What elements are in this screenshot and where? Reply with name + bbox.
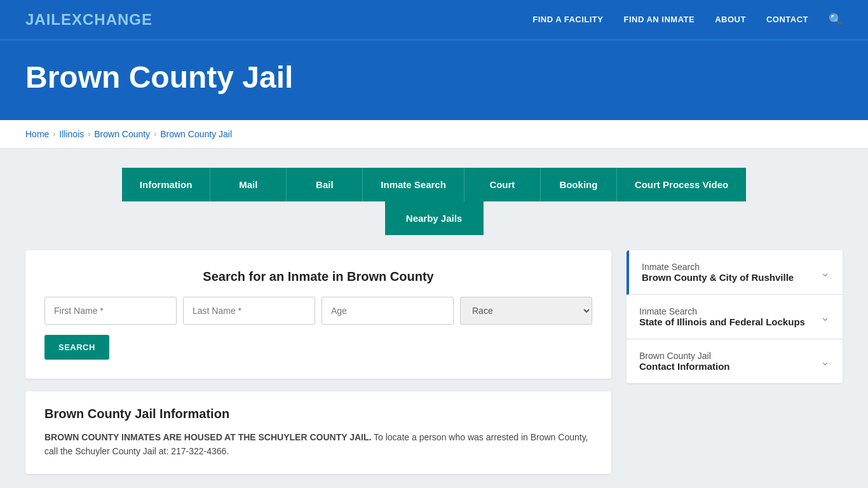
nav-about[interactable]: ABOUT [715,15,746,24]
search-box: Search for an Inmate in Brown County Rac… [25,250,611,379]
page-title: Brown County Jail [25,60,843,95]
breadcrumb-home[interactable]: Home [25,129,49,139]
info-body: BROWN COUNTY INMATES ARE HOUSED AT THE S… [44,430,592,459]
tab-booking[interactable]: Booking [541,168,617,201]
breadcrumb-illinois[interactable]: Illinois [59,129,84,139]
breadcrumb-county[interactable]: Brown County [94,129,150,139]
tab-row-1: Information Mail Bail Inmate Search Cour… [122,168,746,201]
logo-jail: JAIL [25,11,61,28]
tab-information[interactable]: Information [122,168,211,201]
first-name-input[interactable] [44,297,177,325]
tab-court[interactable]: Court [465,168,541,201]
sidebar-item-2-title: Inmate Search [639,306,697,316]
sidebar-item-1-title: Inmate Search [642,262,700,272]
search-title: Search for an Inmate in Brown County [44,269,592,284]
sidebar-item-1[interactable]: Inmate Search Brown County & City of Rus… [627,250,843,295]
search-icon[interactable]: 🔍 [829,13,843,27]
logo-exchange: EXCHANGE [61,11,153,28]
breadcrumb: Home › Illinois › Brown County › Brown C… [0,120,868,149]
breadcrumb-sep-2: › [88,130,90,139]
main-layout: Search for an Inmate in Brown County Rac… [25,250,843,474]
chevron-down-icon-3: ⌄ [820,355,830,369]
tab-nearby-jails[interactable]: Nearby Jails [385,201,484,235]
sidebar-item-2-subtitle: State of Illinois and Federal Lockups [639,316,805,327]
sidebar-item-1-left: Inmate Search Brown County & City of Rus… [642,262,794,283]
chevron-down-icon-1: ⌄ [820,266,830,280]
content-area: Information Mail Bail Inmate Search Cour… [0,149,868,488]
site-logo[interactable]: JAILEXCHANGE [25,11,153,29]
tab-court-process-video[interactable]: Court Process Video [617,168,746,201]
right-sidebar: Inmate Search Brown County & City of Rus… [627,250,843,383]
nav-contact[interactable]: CONTACT [766,15,808,24]
breadcrumb-sep-1: › [53,130,55,139]
breadcrumb-jail[interactable]: Brown County Jail [160,129,232,139]
tab-mail[interactable]: Mail [210,168,287,201]
left-panel: Search for an Inmate in Brown County Rac… [25,250,611,474]
last-name-input[interactable] [183,297,315,325]
nav-find-facility[interactable]: FIND A FACILITY [532,15,603,24]
info-title: Brown County Jail Information [44,407,592,421]
sidebar-item-3-title: Brown County Jail [639,351,711,361]
tab-inmate-search[interactable]: Inmate Search [363,168,465,201]
age-input[interactable] [322,297,454,325]
sidebar-item-3-left: Brown County Jail Contact Information [639,351,730,372]
chevron-down-icon-2: ⌄ [820,310,830,324]
search-fields: Race White Black Hispanic Asian Other [44,297,592,325]
tab-row-2: Nearby Jails [385,201,484,235]
sidebar-item-2[interactable]: Inmate Search State of Illinois and Fede… [627,295,843,339]
sidebar-item-3[interactable]: Brown County Jail Contact Information ⌄ [627,339,843,383]
sidebar-item-2-left: Inmate Search State of Illinois and Fede… [639,306,805,327]
tab-bail[interactable]: Bail [287,168,363,201]
info-box: Brown County Jail Information BROWN COUN… [25,391,611,474]
main-nav: FIND A FACILITY FIND AN INMATE ABOUT CON… [532,13,843,27]
nav-find-inmate[interactable]: FIND AN INMATE [623,15,695,24]
race-select[interactable]: Race White Black Hispanic Asian Other [460,297,592,325]
search-button[interactable]: SEARCH [44,335,109,360]
sidebar-item-3-subtitle: Contact Information [639,361,730,372]
hero-section: Brown County Jail [0,41,868,120]
site-header: JAILEXCHANGE FIND A FACILITY FIND AN INM… [0,0,868,41]
info-body-bold: BROWN COUNTY INMATES ARE HOUSED AT THE S… [44,432,371,442]
sidebar-item-1-subtitle: Brown County & City of Rushville [642,272,794,283]
breadcrumb-sep-3: › [154,130,156,139]
